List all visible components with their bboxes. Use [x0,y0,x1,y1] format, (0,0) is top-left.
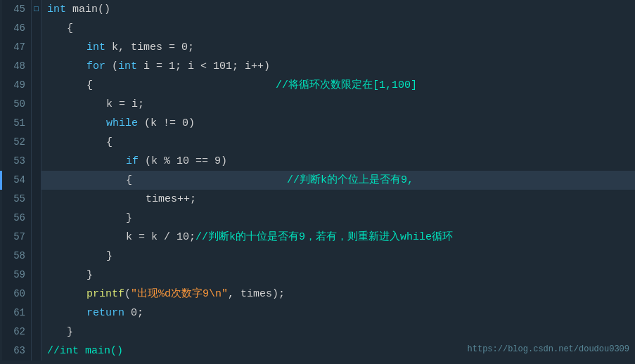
line-code: printf("出现%d次数字9\n", times); [41,285,635,304]
line-collapse [32,152,41,171]
line-collapse [32,266,41,285]
line-number: 59 [2,266,32,285]
line-code: { [41,133,635,152]
line-number: 48 [2,57,32,76]
line-code: k = k / 10;//判断k的十位是否有9，若有，则重新进入while循环 [41,228,635,247]
keyword: int [47,0,66,19]
line-collapse [32,190,41,209]
line-number: 62 [2,323,32,342]
code-line: 53if (k % 10 == 9) [0,152,635,171]
line-number: 58 [2,247,32,266]
line-number: 63 [2,342,32,360]
line-code: } [41,247,635,266]
line-collapse [32,19,41,38]
line-collapse [32,209,41,228]
line-code: int main() [41,0,635,19]
line-number: 60 [2,285,32,304]
code-line: 45□int main() [0,0,635,19]
line-collapse [32,323,41,342]
code-line: 63//int main()https://blog.csdn.net/doud… [0,342,635,360]
punc: main() [66,0,110,19]
code-line: 57k = k / 10;//判断k的十位是否有9，若有，则重新进入while循… [0,228,635,247]
line-code: { [41,19,635,38]
code-line: 47int k, times = 0; [0,38,635,57]
line-collapse [32,133,41,152]
line-number: 46 [2,19,32,38]
code-line: 56} [0,209,635,228]
line-code: {//将循环次数限定在[1,100] [41,76,635,95]
line-code: int k, times = 0; [41,38,635,57]
line-code: {//判断k的个位上是否有9, [41,171,635,190]
line-collapse [32,247,41,266]
line-collapse [32,304,41,323]
line-number: 50 [2,95,32,114]
code-line: 62} [0,323,635,342]
line-code: } [41,266,635,285]
code-line: 49{//将循环次数限定在[1,100] [0,76,635,95]
line-code: } [41,323,635,342]
line-code: //int main()https://blog.csdn.net/doudou… [41,342,635,360]
code-line: 59} [0,266,635,285]
line-collapse: □ [32,0,41,19]
url-text: https://blog.csdn.net/doudou0309 [468,340,629,359]
line-number: 52 [2,133,32,152]
line-number: 47 [2,38,32,57]
code-line: 51while (k != 0) [0,114,635,133]
line-number: 53 [2,152,32,171]
line-code: times++; [41,190,635,209]
line-number: 61 [2,304,32,323]
line-collapse [32,76,41,95]
code-line: 52{ [0,133,635,152]
line-code: if (k % 10 == 9) [41,152,635,171]
line-code: for (int i = 1; i < 101; i++) [41,57,635,76]
code-editor: 45□int main()46{47int k, times = 0;48for… [0,0,635,364]
line-collapse [32,285,41,304]
code-line: 50k = i; [0,95,635,114]
line-number: 49 [2,76,32,95]
line-number: 51 [2,114,32,133]
code-line: 58} [0,247,635,266]
code-line: 55times++; [0,190,635,209]
line-collapse [32,114,41,133]
code-line: 54{//判断k的个位上是否有9, [0,171,635,190]
line-collapse [32,57,41,76]
line-collapse [32,228,41,247]
line-code: return 0; [41,304,635,323]
line-number: 55 [2,190,32,209]
line-number: 45 [2,0,32,19]
code-line: 46{ [0,19,635,38]
line-collapse [32,171,41,190]
code-line: 60printf("出现%d次数字9\n", times); [0,285,635,304]
code-line: 48for (int i = 1; i < 101; i++) [0,57,635,76]
line-collapse [32,342,41,360]
line-number: 57 [2,228,32,247]
line-number: 56 [2,209,32,228]
code-line: 61return 0; [0,304,635,323]
line-code: k = i; [41,95,635,114]
line-code: } [41,209,635,228]
line-number: 54 [2,171,32,190]
line-collapse [32,95,41,114]
line-collapse [32,38,41,57]
line-code: while (k != 0) [41,114,635,133]
